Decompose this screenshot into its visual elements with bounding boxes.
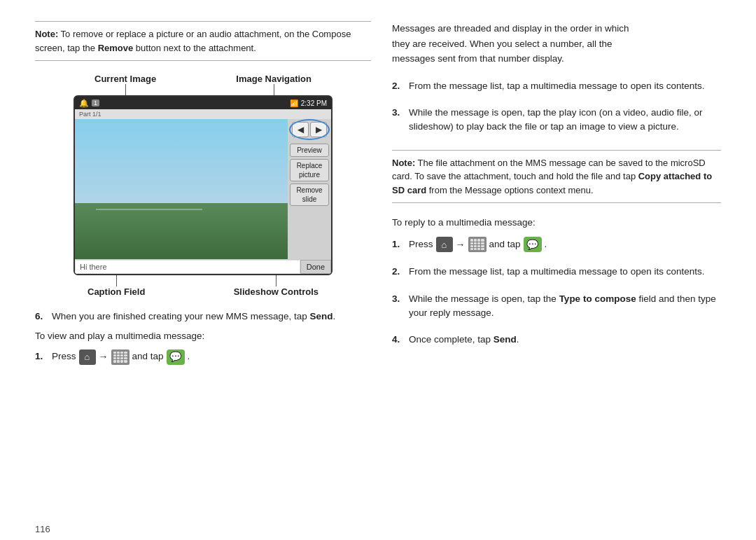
nav-next-btn[interactable]: ▶ bbox=[310, 122, 327, 137]
message-icon: 💬 bbox=[167, 349, 185, 365]
line-current-image bbox=[125, 84, 126, 95]
reply-heading: To reply to a multimedia message: bbox=[392, 216, 721, 230]
grid-icon bbox=[111, 349, 130, 365]
reply-step2-num: 2. bbox=[392, 265, 405, 279]
grid-cell bbox=[124, 357, 127, 359]
left-column: Note: To remove or replace a picture or … bbox=[35, 21, 371, 504]
reply-step4-bold: Send bbox=[493, 334, 517, 345]
step1-tap: and tap bbox=[132, 349, 164, 364]
phone-screen: 🔔 1 📶 2:32 PM Part 1/1 bbox=[74, 95, 332, 275]
home-icon-2: ⌂ bbox=[436, 237, 453, 252]
part-label: Part 1/1 bbox=[75, 109, 331, 119]
preview-btn[interactable]: Preview bbox=[290, 144, 329, 157]
grid-cell bbox=[113, 360, 116, 362]
grid-cell bbox=[477, 242, 480, 244]
nav-prev-btn[interactable]: ◀ bbox=[292, 122, 309, 137]
grid-cell bbox=[117, 354, 120, 356]
intro-text: Messages are threaded and display in the… bbox=[392, 21, 721, 67]
label-current-image: Current Image bbox=[94, 74, 156, 84]
nav-buttons: ◀ ▶ bbox=[292, 122, 327, 137]
part-label-text: Part 1/1 bbox=[79, 111, 102, 118]
phone-content: ◀ ▶ Preview Replace picture Remove slide bbox=[75, 119, 331, 259]
line-image-nav bbox=[274, 84, 274, 95]
grid-cell bbox=[113, 354, 116, 356]
grid-cell bbox=[481, 242, 484, 244]
replace-btn[interactable]: Replace picture bbox=[290, 159, 329, 181]
grid-cell bbox=[124, 360, 127, 362]
right-step3-text: While the message is open, tap the play … bbox=[409, 106, 721, 134]
grid-cell bbox=[113, 357, 116, 359]
reply-step3-num: 3. bbox=[392, 292, 405, 321]
note-label-2: Note: bbox=[392, 158, 415, 168]
status-right: 📶 2:32 PM bbox=[290, 99, 327, 107]
status-num: 1 bbox=[92, 99, 99, 106]
grid-cell bbox=[474, 242, 477, 244]
status-signal: 📶 bbox=[290, 99, 298, 107]
remove-btn[interactable]: Remove slide bbox=[290, 184, 329, 206]
reply-step2-text: From the message list, tap a multimedia … bbox=[409, 265, 704, 279]
status-time: 2:32 PM bbox=[301, 99, 327, 107]
home-icon: ⌂ bbox=[79, 349, 96, 365]
image-horizon bbox=[96, 209, 202, 210]
status-icon: 🔔 bbox=[79, 99, 89, 108]
phone-status-bar: 🔔 1 📶 2:32 PM bbox=[75, 97, 331, 109]
image-nav-label-group: Image Navigation bbox=[236, 74, 312, 95]
step1-content: Press ⌂ → bbox=[52, 349, 190, 365]
step6-bold: Send bbox=[309, 311, 332, 321]
grid-cell bbox=[470, 242, 473, 244]
label-slideshow-controls: Slideshow Controls bbox=[234, 286, 318, 297]
reply-step4-full: Once complete, tap Send. bbox=[409, 333, 519, 347]
reply-step-3: 3. While the message is open, tap the Ty… bbox=[392, 292, 721, 321]
image-area bbox=[75, 119, 288, 259]
step6-end: . bbox=[332, 311, 335, 321]
page-content: Note: To remove or replace a picture or … bbox=[0, 0, 756, 518]
reply-step3-full: While the message is open, tap the Type … bbox=[409, 292, 721, 321]
arrow-1: → bbox=[99, 349, 108, 364]
grid-cell bbox=[477, 239, 480, 241]
arrow-2: → bbox=[456, 237, 465, 252]
bottom-labels: Caption Field Slideshow Controls bbox=[74, 275, 332, 297]
grid-cell bbox=[117, 352, 120, 354]
slideshow-controls-label-group: Slideshow Controls bbox=[234, 275, 318, 297]
line-caption bbox=[116, 275, 117, 286]
grid-cell bbox=[474, 248, 477, 250]
grid-cell bbox=[470, 248, 473, 250]
reply-step3-bold: Type to compose bbox=[559, 293, 636, 304]
note-label-1: Note: bbox=[35, 29, 58, 39]
reply-step1-content: Press ⌂ → bbox=[409, 237, 547, 252]
grid-cell bbox=[120, 360, 123, 362]
intro-line3: messages sent from that number display. bbox=[392, 53, 564, 64]
right-column: Messages are threaded and display in the… bbox=[392, 21, 721, 504]
reply-step4-num: 4. bbox=[392, 333, 405, 347]
note-box-1: Note: To remove or replace a picture or … bbox=[35, 21, 371, 61]
grid-icon-2 bbox=[468, 237, 486, 252]
grid-cell bbox=[120, 354, 123, 356]
step6-text-content: When you are finished creating your new … bbox=[52, 311, 309, 321]
done-btn[interactable]: Done bbox=[300, 260, 331, 274]
image-mountains bbox=[75, 203, 288, 259]
note2-text2: from the Message options context menu. bbox=[426, 185, 593, 195]
intro-line2: they are received. When you select a num… bbox=[392, 39, 612, 49]
right-step2-text: From the message list, tap a multimedia … bbox=[409, 79, 704, 93]
grid-cell bbox=[113, 352, 116, 354]
reply-step4-end: . bbox=[517, 334, 519, 345]
caption-row: Hi there Done bbox=[75, 259, 331, 274]
image-sky bbox=[75, 119, 288, 203]
right-step3-num: 3. bbox=[392, 106, 405, 134]
grid-cell bbox=[470, 239, 473, 241]
grid-cell bbox=[470, 245, 473, 247]
step-1-view: 1. Press ⌂ → bbox=[35, 349, 371, 365]
step6-num: 6. bbox=[35, 310, 48, 324]
reply-step1-press: Press bbox=[409, 237, 433, 251]
grid-cell bbox=[481, 248, 484, 250]
grid-cell bbox=[120, 352, 123, 354]
reply-step3-text-start: While the message is open, tap the bbox=[409, 293, 559, 304]
diagram-area: Current Image Image Navigation 🔔 1 bbox=[35, 74, 371, 297]
caption-field[interactable]: Hi there bbox=[75, 260, 300, 274]
reply-step1-num: 1. bbox=[392, 237, 405, 251]
label-image-nav: Image Navigation bbox=[236, 74, 312, 84]
grid-cell bbox=[477, 248, 480, 250]
right-step-3: 3. While the message is open, tap the pl… bbox=[392, 106, 721, 134]
grid-cell bbox=[120, 357, 123, 359]
nav-buttons-wrapper: ◀ ▶ bbox=[292, 122, 327, 139]
